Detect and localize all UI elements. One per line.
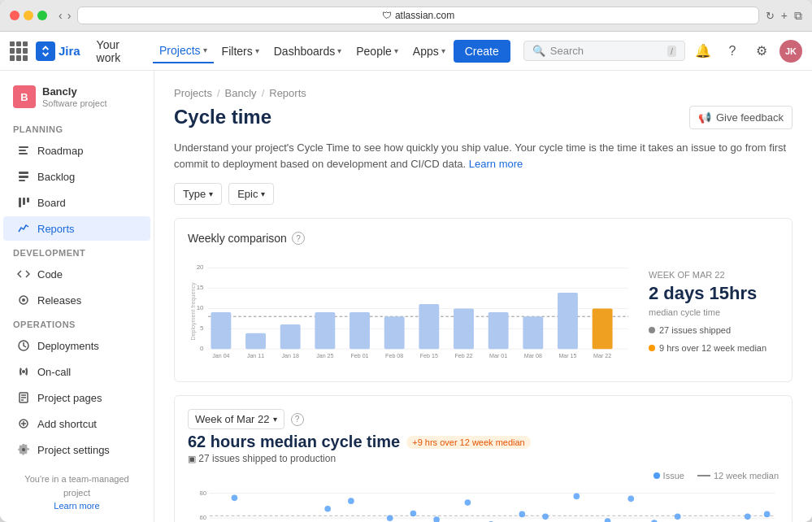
chart-info-icon[interactable]: ? (292, 232, 305, 245)
jira-logo-text: Jira (59, 44, 80, 58)
chart-title: Weekly comparison (188, 232, 287, 245)
legend-median: 12 week median (697, 471, 779, 481)
svg-rect-4 (19, 176, 28, 178)
notifications-button[interactable]: 🔔 (692, 40, 714, 63)
svg-rect-43 (593, 308, 613, 349)
settings-button[interactable]: ⚙ (750, 40, 773, 63)
sidebar-item-code[interactable]: Code (3, 262, 150, 286)
people-chevron: ▾ (394, 46, 398, 55)
project-type: Software project (42, 98, 106, 108)
nav-projects[interactable]: Projects ▾ (153, 39, 214, 63)
issue-dot (654, 472, 660, 479)
development-section-label: DEVELOPMENT (0, 241, 154, 261)
svg-rect-34 (280, 324, 301, 349)
refresh-button[interactable]: ↻ (766, 10, 775, 22)
deployments-label: Deployments (37, 340, 99, 352)
sidebar-item-backlog[interactable]: Backlog (3, 164, 150, 189)
shipped-icon: ▣ (188, 454, 196, 463)
code-icon (16, 267, 31, 281)
search-shortcut-badge: / (667, 46, 676, 57)
epic-filter[interactable]: Epic ▾ (228, 183, 274, 205)
back-button[interactable]: ‹ (59, 9, 63, 22)
breadcrumb-reports: Reports (269, 87, 306, 99)
maximize-button[interactable] (37, 11, 47, 20)
scatter-svg: 80 60 40 (188, 485, 779, 522)
svg-rect-5 (19, 180, 25, 181)
oncall-icon (16, 364, 31, 379)
address-bar[interactable]: 🛡 atlassian.com (77, 7, 758, 24)
give-feedback-button[interactable]: 📢 Give feedback (689, 106, 792, 129)
svg-text:Deployment frequency: Deployment frequency (190, 282, 197, 340)
svg-point-68 (387, 515, 393, 521)
forward-button[interactable]: › (67, 9, 72, 22)
help-button[interactable]: ? (721, 40, 744, 63)
sidebar-item-deployments[interactable]: Deployments (3, 333, 150, 358)
jira-logo[interactable]: Jira (36, 41, 80, 61)
page-description: Understand your project's Cycle Time to … (174, 140, 792, 172)
nav-items: Your work Projects ▾ Filters ▾ Dashboard… (90, 33, 510, 69)
tabs-button[interactable]: ⧉ (794, 9, 802, 23)
search-bar[interactable]: 🔍 Search / (523, 41, 685, 61)
oncall-label: On-call (37, 366, 71, 378)
svg-text:15: 15 (197, 284, 204, 291)
svg-text:0: 0 (200, 345, 204, 352)
svg-rect-6 (19, 198, 21, 207)
sidebar-item-project-settings[interactable]: Project settings (3, 437, 150, 462)
create-button[interactable]: Create (454, 40, 510, 63)
svg-text:Feb 22: Feb 22 (454, 353, 472, 359)
sidebar-item-project-pages[interactable]: Project pages (3, 385, 150, 410)
svg-text:80: 80 (199, 489, 206, 497)
close-button[interactable] (10, 11, 20, 20)
board-icon (16, 195, 31, 210)
learn-more-link[interactable]: Learn more (469, 158, 523, 170)
breadcrumb-projects[interactable]: Projects (174, 87, 212, 99)
nav-apps[interactable]: Apps ▾ (406, 40, 452, 63)
shipped-text: ▣ 27 issues shipped to production (188, 453, 779, 464)
scatter-chart-card: Week of Mar 22 ▾ ? 62 hours median cycle… (174, 395, 792, 522)
svg-point-75 (573, 494, 580, 500)
traffic-lights (10, 11, 47, 20)
svg-rect-37 (384, 316, 405, 349)
pages-icon (16, 390, 31, 405)
svg-point-69 (410, 511, 417, 517)
type-filter[interactable]: Type ▾ (174, 183, 222, 205)
svg-rect-39 (454, 308, 474, 349)
sidebar-item-releases[interactable]: Releases (3, 288, 150, 312)
deployments-icon (16, 338, 31, 353)
sidebar-item-oncall[interactable]: On-call (3, 359, 150, 384)
sidebar-item-board[interactable]: Board (3, 190, 150, 215)
avatar[interactable]: JK (779, 40, 802, 63)
learn-more-link[interactable]: Learn more (54, 501, 99, 511)
breadcrumb-bancly[interactable]: Bancly (225, 87, 257, 99)
hours-dot (649, 345, 655, 351)
svg-text:60: 60 (199, 514, 206, 521)
apps-chevron: ▾ (441, 46, 445, 55)
security-icon: 🛡 (382, 10, 392, 21)
new-tab-button[interactable]: + (781, 9, 788, 23)
cycle-time-value: 2 days 15hrs (649, 283, 779, 304)
sidebar-item-reports[interactable]: Reports (3, 216, 150, 241)
code-label: Code (37, 268, 63, 281)
sidebar-footer: You're in a team-managed project Learn m… (0, 463, 154, 522)
sidebar-item-add-shortcut[interactable]: Add shortcut (3, 411, 150, 436)
svg-point-10 (22, 298, 25, 302)
median-badge: +9 hrs over 12 week median (406, 436, 531, 449)
bar-chart-svg: 20 15 10 5 0 Deployment frequency (188, 254, 636, 368)
apps-grid-icon[interactable] (10, 41, 29, 61)
chart-container: 20 15 10 5 0 Deployment frequency (188, 254, 779, 368)
sidebar-item-roadmap[interactable]: Roadmap (3, 138, 150, 163)
nav-your-work[interactable]: Your work (90, 33, 151, 69)
url-text: atlassian.com (395, 10, 454, 21)
nav-filters[interactable]: Filters ▾ (215, 40, 266, 63)
minimize-button[interactable] (24, 11, 33, 20)
week-selector-button[interactable]: Week of Mar 22 ▾ (188, 409, 284, 429)
nav-dashboards[interactable]: Dashboards ▾ (267, 40, 349, 63)
scatter-info-icon[interactable]: ? (291, 413, 304, 426)
svg-point-74 (542, 513, 549, 520)
nav-people[interactable]: People ▾ (350, 40, 405, 63)
project-settings-icon (16, 442, 31, 457)
svg-text:Jan 25: Jan 25 (316, 353, 333, 359)
hours-over-stat: 9 hrs over 12 week median (649, 343, 779, 353)
legend-row: Issue 12 week median (188, 471, 779, 481)
legend-issue: Issue (654, 471, 684, 481)
